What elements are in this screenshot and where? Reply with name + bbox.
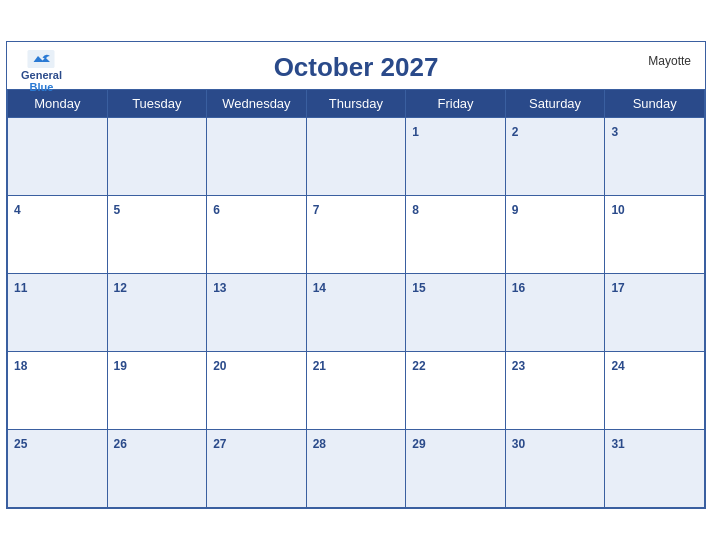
day-number: 24 [611, 359, 624, 373]
day-number: 25 [14, 437, 27, 451]
day-number: 12 [114, 281, 127, 295]
calendar-header: General Blue October 2027 Mayotte [7, 42, 705, 89]
day-number: 27 [213, 437, 226, 451]
calendar-cell: 22 [406, 352, 506, 430]
day-number: 21 [313, 359, 326, 373]
calendar-cell: 1 [406, 118, 506, 196]
day-number: 17 [611, 281, 624, 295]
calendar-cell: 8 [406, 196, 506, 274]
calendar-cell: 10 [605, 196, 705, 274]
calendar-cell: 29 [406, 430, 506, 508]
day-number: 3 [611, 125, 618, 139]
weekday-tuesday: Tuesday [107, 90, 207, 118]
day-number: 23 [512, 359, 525, 373]
day-number: 9 [512, 203, 519, 217]
calendar-cell: 13 [207, 274, 307, 352]
calendar-cell: 30 [505, 430, 605, 508]
weekday-saturday: Saturday [505, 90, 605, 118]
calendar-week-row: 25262728293031 [8, 430, 705, 508]
day-number: 31 [611, 437, 624, 451]
day-number: 16 [512, 281, 525, 295]
day-number: 10 [611, 203, 624, 217]
logo-icon [27, 50, 55, 68]
calendar-week-row: 18192021222324 [8, 352, 705, 430]
calendar-cell [207, 118, 307, 196]
calendar-cell [107, 118, 207, 196]
calendar-cell: 15 [406, 274, 506, 352]
day-number: 4 [14, 203, 21, 217]
day-number: 11 [14, 281, 27, 295]
calendar-cell: 2 [505, 118, 605, 196]
weekday-header-row: Monday Tuesday Wednesday Thursday Friday… [8, 90, 705, 118]
calendar-week-row: 123 [8, 118, 705, 196]
day-number: 26 [114, 437, 127, 451]
calendar-cell: 21 [306, 352, 406, 430]
day-number: 29 [412, 437, 425, 451]
calendar-cell: 20 [207, 352, 307, 430]
day-number: 19 [114, 359, 127, 373]
day-number: 13 [213, 281, 226, 295]
calendar: General Blue October 2027 Mayotte Monday… [6, 41, 706, 509]
calendar-cell: 3 [605, 118, 705, 196]
logo: General Blue [21, 50, 62, 93]
calendar-week-row: 45678910 [8, 196, 705, 274]
calendar-cell: 12 [107, 274, 207, 352]
day-number: 22 [412, 359, 425, 373]
calendar-cell: 26 [107, 430, 207, 508]
weekday-monday: Monday [8, 90, 108, 118]
day-number: 8 [412, 203, 419, 217]
logo-general-text: General [21, 69, 62, 81]
calendar-cell: 28 [306, 430, 406, 508]
day-number: 14 [313, 281, 326, 295]
day-number: 30 [512, 437, 525, 451]
calendar-cell: 23 [505, 352, 605, 430]
logo-blue-text: Blue [30, 81, 54, 93]
weekday-friday: Friday [406, 90, 506, 118]
region-label: Mayotte [648, 54, 691, 68]
calendar-cell: 16 [505, 274, 605, 352]
calendar-cell: 6 [207, 196, 307, 274]
calendar-cell: 17 [605, 274, 705, 352]
day-number: 6 [213, 203, 220, 217]
calendar-cell: 24 [605, 352, 705, 430]
calendar-cell [8, 118, 108, 196]
day-number: 1 [412, 125, 419, 139]
calendar-title: October 2027 [274, 52, 439, 83]
calendar-cell: 25 [8, 430, 108, 508]
calendar-cell: 19 [107, 352, 207, 430]
calendar-cell: 31 [605, 430, 705, 508]
calendar-cell: 9 [505, 196, 605, 274]
day-number: 15 [412, 281, 425, 295]
calendar-cell: 5 [107, 196, 207, 274]
calendar-cell: 14 [306, 274, 406, 352]
calendar-table: Monday Tuesday Wednesday Thursday Friday… [7, 89, 705, 508]
day-number: 28 [313, 437, 326, 451]
calendar-week-row: 11121314151617 [8, 274, 705, 352]
weekday-thursday: Thursday [306, 90, 406, 118]
calendar-cell: 27 [207, 430, 307, 508]
day-number: 7 [313, 203, 320, 217]
day-number: 20 [213, 359, 226, 373]
calendar-cell [306, 118, 406, 196]
weekday-wednesday: Wednesday [207, 90, 307, 118]
calendar-cell: 7 [306, 196, 406, 274]
day-number: 18 [14, 359, 27, 373]
day-number: 2 [512, 125, 519, 139]
calendar-cell: 11 [8, 274, 108, 352]
day-number: 5 [114, 203, 121, 217]
calendar-cell: 4 [8, 196, 108, 274]
weekday-sunday: Sunday [605, 90, 705, 118]
calendar-cell: 18 [8, 352, 108, 430]
